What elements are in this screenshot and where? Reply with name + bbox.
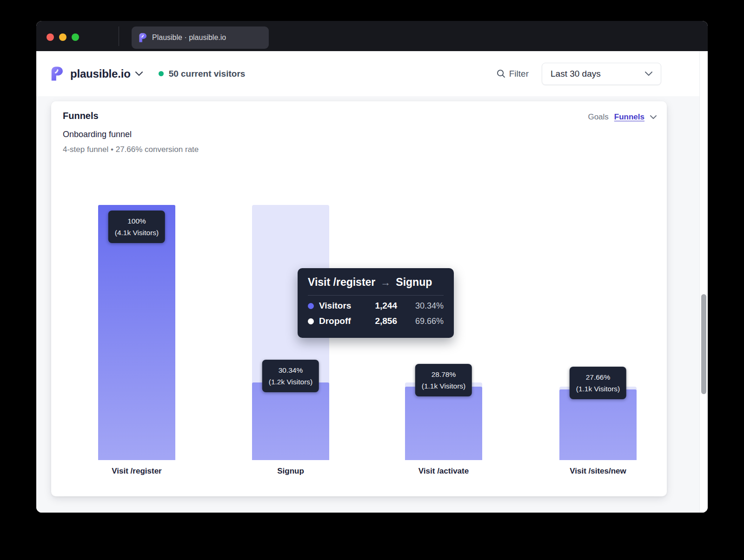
funnel-bar-solid <box>98 205 175 460</box>
plausible-logo-icon <box>51 66 64 81</box>
dashboard-toolbar: plausible.io 50 current visitors Filter … <box>36 51 699 96</box>
tooltip-visitors-row: Visitors 1,244 30.34% <box>308 301 444 311</box>
tooltip-row-value: 1,244 <box>354 301 397 311</box>
traffic-light-close-button[interactable] <box>46 33 54 41</box>
arrow-right-icon: → <box>380 277 391 289</box>
funnel-bar-solid <box>559 389 637 460</box>
funnel-badge: 100%(4.1k Visitors) <box>108 211 165 243</box>
funnel-bar-gradient <box>98 205 175 460</box>
filter-button[interactable]: Filter <box>497 69 529 79</box>
traffic-light-minimize-button[interactable] <box>59 33 66 41</box>
filter-label: Filter <box>509 69 529 79</box>
funnel-bar[interactable]: 100%(4.1k Visitors)Visit /register <box>98 205 175 460</box>
funnel-meta: 4-step funnel • 27.66% conversion rate <box>63 145 199 154</box>
funnel-badge-visitors: (1.1k Visitors) <box>422 380 465 392</box>
dropoff-dot-icon <box>308 318 314 324</box>
funnel-badge: 28.78%(1.1k Visitors) <box>415 364 472 396</box>
funnel-badge: 30.34%(1.2k Visitors) <box>262 360 319 392</box>
funnel-step-label: Visit /register <box>98 467 175 476</box>
funnel-step-label: Visit /sites/new <box>559 467 637 476</box>
funnel-bar-gradient <box>252 382 329 460</box>
funnel-bar[interactable]: 27.66%(1.1k Visitors)Visit /sites/new <box>559 205 637 460</box>
funnel-badge-visitors: (1.1k Visitors) <box>576 383 620 395</box>
dashboard-page: Funnels Goals Funnels Onboarding funnel … <box>36 96 699 513</box>
chevron-down-icon <box>135 72 143 76</box>
chevron-down-icon <box>645 72 652 76</box>
tooltip-from-step: Visit /register <box>308 276 375 289</box>
funnel-name: Onboarding funnel <box>63 130 132 139</box>
scrollbar-track[interactable] <box>699 51 708 513</box>
current-visitors-label[interactable]: 50 current visitors <box>169 69 246 79</box>
tooltip-dropoff-row: Dropoff 2,856 69.66% <box>308 316 444 326</box>
plausible-favicon-icon <box>139 33 147 42</box>
funnel-badge-percent: 30.34% <box>269 364 312 376</box>
goals-tab[interactable]: Goals <box>588 112 608 122</box>
live-visitors-dot-icon <box>159 71 164 76</box>
browser-window: Plausible · plausible.io plausible.io 50… <box>36 21 708 513</box>
browser-tab[interactable]: Plausible · plausible.io <box>132 26 269 49</box>
site-switcher[interactable]: plausible.io <box>70 67 131 80</box>
browser-titlebar: Plausible · plausible.io <box>36 21 708 51</box>
visitors-dot-icon <box>308 303 314 309</box>
funnel-step-label: Visit /activate <box>405 467 482 476</box>
search-icon <box>497 69 505 78</box>
date-range-select[interactable]: Last 30 days <box>542 63 661 85</box>
report-view-switch: Goals Funnels <box>588 112 657 122</box>
funnel-badge-percent: 27.66% <box>576 371 620 383</box>
funnel-bar-gradient <box>405 387 482 460</box>
funnels-tab[interactable]: Funnels <box>614 112 644 122</box>
tooltip-title: Visit /register → Signup <box>308 276 444 289</box>
scrollbar-thumb[interactable] <box>701 294 706 394</box>
funnel-bar-solid <box>252 382 329 460</box>
funnel-badge-visitors: (1.2k Visitors) <box>269 376 312 388</box>
funnel-tooltip: Visit /register → Signup Visitors 1,244 … <box>298 268 454 338</box>
date-range-value: Last 30 days <box>551 69 601 79</box>
tooltip-row-label: Visitors <box>319 301 351 311</box>
tooltip-divider <box>308 295 444 296</box>
tooltip-row-value: 2,856 <box>354 316 397 326</box>
tab-separator <box>119 26 119 46</box>
funnel-step-label: Signup <box>252 467 329 476</box>
traffic-light-zoom-button[interactable] <box>72 33 79 41</box>
funnel-bar-gradient <box>559 389 637 460</box>
funnel-badge-visitors: (4.1k Visitors) <box>115 227 159 238</box>
funnels-card: Funnels Goals Funnels Onboarding funnel … <box>51 101 667 496</box>
card-title: Funnels <box>63 111 99 121</box>
tooltip-row-percent: 69.66% <box>397 316 444 326</box>
tooltip-to-step: Signup <box>396 276 432 289</box>
tooltip-row-percent: 30.34% <box>397 301 444 311</box>
chevron-down-icon[interactable] <box>650 115 657 119</box>
funnel-badge-percent: 100% <box>115 215 159 227</box>
funnel-badge: 27.66%(1.1k Visitors) <box>570 367 626 399</box>
funnel-bar-solid <box>405 387 482 460</box>
tooltip-row-label: Dropoff <box>319 316 351 326</box>
funnel-badge-percent: 28.78% <box>422 369 465 380</box>
tab-title: Plausible · plausible.io <box>152 33 226 42</box>
